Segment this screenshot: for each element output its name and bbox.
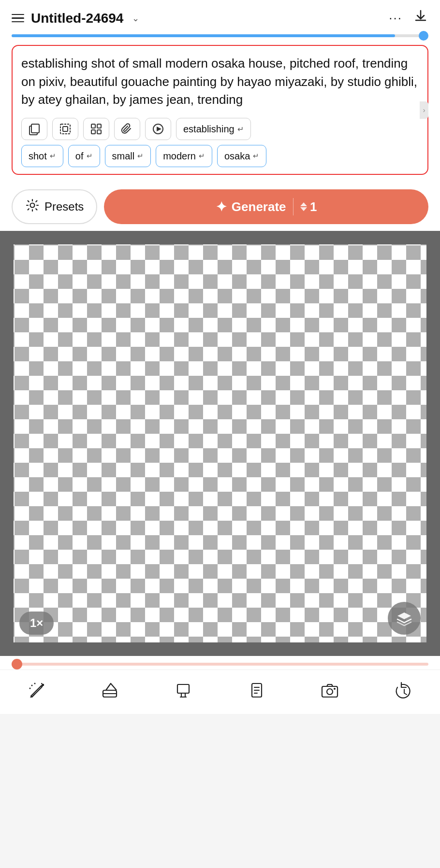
paint-icon	[174, 681, 193, 704]
erase-tool-button[interactable]	[95, 681, 124, 704]
canvas-area[interactable]: 1×	[0, 231, 440, 656]
scrubber-thumb[interactable]	[12, 659, 22, 669]
svg-point-11	[29, 688, 30, 689]
select-button[interactable]	[52, 118, 78, 140]
action-row: Presets ✦ Generate 1	[0, 183, 440, 231]
progress-bar-section	[0, 34, 440, 45]
chip-osaka[interactable]: osaka ↵	[217, 145, 266, 167]
draw-tool-button[interactable]	[22, 681, 51, 704]
svg-point-12	[31, 685, 32, 686]
prompt-section: establishing shot of small modern osaka …	[0, 45, 440, 183]
chip-modern-label: modern	[163, 151, 196, 162]
prompt-toolbar-row: establishing ↵	[21, 118, 419, 140]
establishing-label: establishing	[183, 124, 235, 135]
generate-count-section: 1	[300, 199, 317, 214]
presets-button[interactable]: Presets	[12, 189, 97, 224]
layers-badge[interactable]	[388, 602, 421, 635]
document-title: Untitled-24694	[31, 11, 123, 26]
chip-small[interactable]: small ↵	[105, 145, 151, 167]
progress-fill	[12, 34, 395, 37]
header-right: ···	[389, 9, 428, 28]
progress-track[interactable]	[12, 34, 428, 37]
word-chips-row: shot ↵ of ↵ small ↵ modern ↵ osaka ↵	[21, 145, 419, 167]
chip-modern[interactable]: modern ↵	[156, 145, 212, 167]
document-tool-button[interactable]	[242, 681, 271, 704]
svg-rect-1	[31, 124, 39, 133]
gear-icon	[25, 198, 40, 216]
chip-of-return: ↵	[87, 152, 93, 160]
bottom-toolbar	[0, 669, 440, 714]
svg-point-20	[334, 688, 336, 690]
presets-label: Presets	[44, 200, 84, 213]
generate-label: Generate	[232, 199, 286, 214]
chip-osaka-return: ↵	[253, 152, 259, 160]
svg-rect-3	[63, 127, 68, 131]
svg-rect-5	[97, 124, 101, 128]
attachment-button[interactable]	[114, 118, 140, 140]
svg-marker-9	[157, 127, 161, 131]
chip-modern-return: ↵	[199, 152, 205, 160]
draw-icon	[27, 681, 46, 704]
play-button[interactable]	[145, 118, 171, 140]
svg-point-19	[327, 689, 333, 695]
prompt-scroll-right[interactable]: ›	[420, 101, 428, 119]
hamburger-icon[interactable]	[12, 14, 24, 23]
svg-rect-16	[181, 693, 185, 697]
establishing-toolbar-chip[interactable]: establishing ↵	[176, 118, 251, 140]
document-icon	[247, 681, 266, 704]
zoom-label: 1×	[30, 616, 43, 630]
generate-divider	[293, 198, 294, 215]
title-chevron-icon[interactable]: ⌄	[132, 13, 139, 24]
camera-icon	[320, 681, 339, 704]
chip-shot-label: shot	[29, 151, 47, 162]
chip-shot[interactable]: shot ↵	[21, 145, 63, 167]
chip-of[interactable]: of ↵	[68, 145, 100, 167]
svg-rect-15	[177, 684, 189, 693]
prompt-text: establishing shot of small modern osaka …	[21, 55, 419, 109]
chip-small-return: ↵	[137, 152, 144, 160]
chip-shot-return: ↵	[50, 152, 56, 160]
camera-tool-button[interactable]	[315, 681, 344, 704]
zoom-badge[interactable]: 1×	[19, 612, 54, 635]
paint-tool-button[interactable]	[169, 681, 198, 704]
svg-rect-6	[91, 130, 95, 134]
history-icon	[394, 681, 413, 704]
svg-point-10	[30, 203, 35, 207]
count-stepper-icon[interactable]	[300, 202, 307, 211]
prompt-box[interactable]: establishing shot of small modern osaka …	[12, 45, 428, 175]
progress-thumb[interactable]	[419, 31, 428, 41]
generate-button[interactable]: ✦ Generate 1	[104, 189, 428, 224]
chip-of-label: of	[75, 151, 84, 162]
scrubber-track[interactable]	[12, 663, 428, 666]
svg-point-13	[34, 683, 35, 684]
header-left: Untitled-24694 ⌄	[12, 11, 139, 26]
svg-rect-7	[97, 130, 101, 134]
erase-icon	[100, 681, 119, 704]
generate-count: 1	[310, 199, 317, 214]
return-icon: ↵	[237, 125, 244, 134]
download-icon[interactable]	[413, 9, 428, 28]
scrubber-section	[0, 656, 440, 669]
chip-small-label: small	[112, 151, 135, 162]
history-tool-button[interactable]	[389, 681, 418, 704]
grid-button[interactable]	[83, 118, 109, 140]
copy-button[interactable]	[21, 118, 47, 140]
svg-rect-2	[60, 124, 70, 134]
sparkle-icon: ✦	[216, 199, 227, 215]
header: Untitled-24694 ⌄ ···	[0, 0, 440, 34]
checkerboard-pattern	[0, 231, 440, 656]
svg-rect-18	[322, 686, 337, 697]
chip-osaka-label: osaka	[224, 151, 250, 162]
svg-rect-4	[91, 124, 95, 128]
more-options-icon[interactable]: ···	[389, 11, 402, 26]
